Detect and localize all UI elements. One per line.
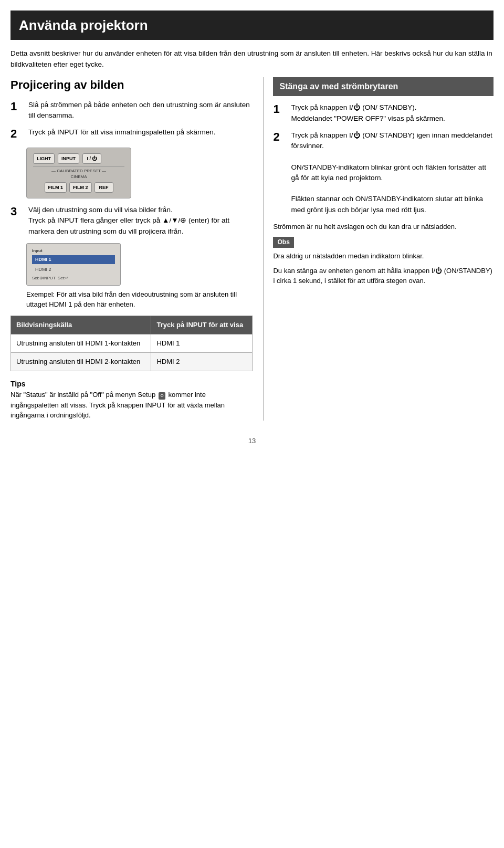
table-row1-col2: HDMI 1 (151, 334, 253, 353)
remote-power-btn: I / ⏻ (82, 153, 101, 164)
table-row: Utrustning ansluten till HDMI 2-kontakte… (11, 353, 253, 371)
tips-section: Tips När "Status" är inställd på "Off" p… (10, 379, 253, 421)
table-row2-col2: HDMI 2 (151, 353, 253, 371)
step-3-text1: Välj den utrustning som du vill visa bil… (28, 206, 173, 214)
obs-label: Obs (273, 237, 293, 248)
right-column: Stänga av med strömbrytaren 1 Tryck på k… (263, 77, 494, 421)
remote-calibrated-label: — CALIBRATED PRESET — (33, 168, 124, 174)
step-2: 2 Tryck på INPUT för att visa inmatnings… (10, 127, 253, 141)
tips-label: Tips (10, 380, 26, 388)
right-step-1-text1: Tryck på knappen I/⏻ (ON/ STANDBY). (291, 103, 416, 111)
main-columns: Projicering av bilden 1 Slå på strömmen … (10, 77, 494, 421)
input-hdmi2-normal: HDMI 2 (32, 265, 115, 274)
step-2-content: Tryck på INPUT för att visa inmatningspa… (28, 127, 215, 138)
remote-film1-btn: FILM 1 (45, 182, 67, 193)
table-row1-col1: Utrustning ansluten till HDMI 1-kontakte… (11, 334, 151, 353)
input-nav-hints: Sel:⊕INPUT Set:↵ (32, 275, 115, 281)
example-text: Exempel: För att visa bild från den vide… (26, 290, 253, 309)
table-col1-header: Bildvisningskälla (11, 316, 151, 334)
step-3-text2: Tryck på INPUT flera gånger eller tryck … (28, 216, 229, 235)
right-step-1: 1 Tryck på knappen I/⏻ (ON/ STANDBY). Me… (273, 102, 494, 124)
intro-text: Detta avsnitt beskriver hur du använder … (10, 48, 494, 70)
right-step-2-content: Tryck på knappen I/⏻ (ON/ STANDBY) igen … (291, 130, 494, 215)
input-hdmi1-selected: HDMI 1 (32, 255, 115, 264)
right-step-2-number: 2 (273, 130, 286, 144)
input-label: Input (32, 248, 115, 254)
page-header: Använda projektorn (10, 11, 494, 40)
step-3-number: 3 (10, 205, 23, 218)
nav-set: Set:↵ (58, 275, 69, 281)
power-off-text: Strömmen är nu helt avslagen och du kan … (273, 222, 494, 232)
tips-text: När "Status" är inställd på "Off" på men… (10, 391, 225, 419)
right-step-1-text2: Meddelandet "POWER OFF?" visas på skärme… (291, 114, 445, 122)
obs-item-2: Du kan stänga av enheten genom att hålla… (273, 266, 494, 286)
remote-input-btn: INPUT (58, 153, 79, 164)
remote-cinema-label: CINEMA (33, 174, 124, 180)
remote-control-image: LIGHT INPUT I / ⏻ — CALIBRATED PRESET — … (26, 148, 131, 199)
remote-light-btn: LIGHT (33, 153, 55, 164)
remote-film2-btn: FILM 2 (69, 182, 92, 193)
table-row2-col1: Utrustning ansluten till HDMI 2-kontakte… (11, 353, 151, 371)
input-table: Bildvisningskälla Tryck på INPUT för att… (10, 316, 253, 372)
table-row: Utrustning ansluten till HDMI 1-kontakte… (11, 334, 253, 353)
input-selector-display: Input HDMI 1 HDMI 2 Sel:⊕INPUT Set:↵ (26, 243, 121, 286)
step-3: 3 Välj den utrustning som du vill visa b… (10, 205, 253, 237)
step-1-content: Slå på strömmen på både enheten och den … (28, 100, 253, 121)
step-2-number: 2 (10, 127, 23, 141)
left-section-title: Projicering av bilden (10, 77, 253, 93)
nav-sel: Sel:⊕INPUT (32, 275, 56, 281)
right-step-2-text2: ON/STANDBY-indikatorn blinkar grönt och … (291, 163, 486, 182)
obs-item-1: Dra aldrig ur nätsladden medan indikator… (273, 251, 494, 261)
table-col2-header: Tryck på INPUT för att visa (151, 316, 253, 334)
right-step-2-text1: Tryck på knappen I/⏻ (ON/ STANDBY) igen … (291, 131, 492, 150)
right-step-1-content: Tryck på knappen I/⏻ (ON/ STANDBY). Medd… (291, 102, 445, 124)
right-section-title: Stänga av med strömbrytaren (273, 77, 494, 96)
right-step-1-number: 1 (273, 102, 286, 116)
right-step-2: 2 Tryck på knappen I/⏻ (ON/ STANDBY) ige… (273, 130, 494, 215)
right-step-2-text3: Fläkten stannar och ON/STANDBY-indikator… (291, 195, 482, 213)
page-number: 13 (10, 436, 494, 446)
setup-icon: ⚙ (159, 392, 165, 400)
step-1-number: 1 (10, 100, 23, 113)
step-3-content: Välj den utrustning som du vill visa bil… (28, 205, 253, 237)
remote-ref-btn: REF (94, 182, 113, 193)
left-column: Projicering av bilden 1 Slå på strömmen … (10, 77, 253, 421)
page-title: Använda projektorn (19, 16, 485, 35)
step-1: 1 Slå på strömmen på både enheten och de… (10, 100, 253, 121)
